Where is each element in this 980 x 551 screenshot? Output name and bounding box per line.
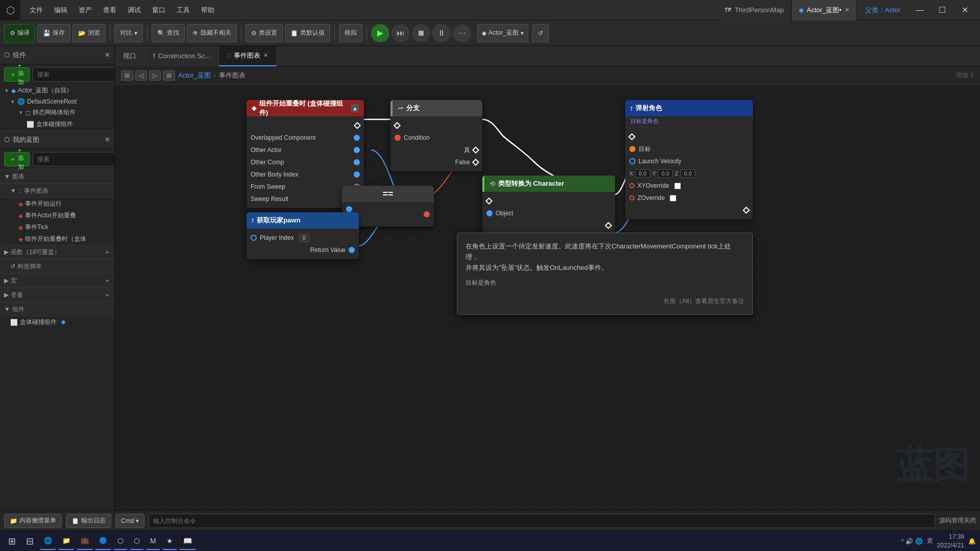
component-box-collision[interactable]: ⬜ 盒体碰撞组件 ✱: [0, 316, 114, 328]
object-pin[interactable]: [486, 210, 493, 216]
add-macro-icon[interactable]: ＋: [104, 277, 110, 285]
taskbar-epic[interactable]: ⬡: [113, 533, 128, 550]
z-override-checkbox[interactable]: [670, 195, 676, 202]
exec-output-pin[interactable]: [354, 122, 361, 129]
cmd-button[interactable]: Cmd ▾: [115, 514, 144, 528]
return-value-pin[interactable]: [349, 247, 355, 253]
menu-view[interactable]: 查看: [98, 4, 121, 17]
velocity-x-input[interactable]: 0.0: [635, 169, 650, 178]
macro-section[interactable]: ▶ 宏 ＋: [0, 273, 114, 288]
taskbar-chrome[interactable]: 🔵: [95, 533, 111, 550]
start-button[interactable]: ⊞: [4, 533, 20, 550]
condition-pin[interactable]: [395, 135, 401, 141]
taskbar-app-book[interactable]: 📖: [179, 533, 196, 550]
components-search[interactable]: [33, 67, 115, 82]
z-override-pin[interactable]: [629, 195, 634, 201]
taskbar-edge[interactable]: 🌐: [40, 533, 56, 550]
menu-window[interactable]: 窗口: [147, 4, 170, 17]
tree-actor-self[interactable]: ▼ ◆ Actor_蓝图（自我）: [0, 85, 114, 96]
ue-logo[interactable]: ⬡: [0, 0, 20, 20]
notification-icon[interactable]: 🔔: [968, 538, 976, 545]
tab-viewport[interactable]: 视口: [115, 46, 145, 66]
variables-section[interactable]: ▶ 变量 ＋: [0, 288, 114, 302]
tree-box-collision[interactable]: ⬜ 盒体碰撞组件: [0, 118, 114, 130]
equal-output-pin[interactable]: [424, 211, 430, 217]
tab-event-graph[interactable]: :: 事件图表 ✕: [219, 46, 277, 66]
node-launch-character[interactable]: f 弹射角色 目标是角色 目标 Launch Velocity: [625, 100, 753, 219]
add-component-button[interactable]: ＋ + 添加: [4, 67, 30, 82]
cast-exec-output-pin[interactable]: [605, 222, 612, 229]
construction-section[interactable]: ↺ 构造脚本: [0, 259, 114, 273]
player-index-pin[interactable]: [251, 235, 257, 241]
maximize-button[interactable]: ☐: [931, 0, 953, 20]
target-pin[interactable]: [629, 146, 635, 152]
play-button[interactable]: ▶: [371, 24, 389, 42]
taskbar-ue[interactable]: ⬡: [130, 533, 144, 550]
refresh-button[interactable]: ↺: [532, 24, 549, 42]
menu-tools[interactable]: 工具: [172, 4, 195, 17]
event-graph-section[interactable]: ▼ :: 事件图表: [0, 184, 114, 198]
stop-button[interactable]: ⏹: [412, 24, 430, 42]
velocity-y-input[interactable]: 0.0: [658, 169, 673, 178]
velocity-pin[interactable]: [629, 158, 635, 164]
menu-help[interactable]: 帮助: [196, 4, 219, 17]
nav-back-arrow-button[interactable]: ◁: [135, 70, 147, 81]
compare-button[interactable]: 对比 ▾: [114, 24, 143, 42]
my-blueprint-search[interactable]: [33, 152, 115, 166]
more-button[interactable]: ⋯: [453, 24, 471, 42]
other-actor-pin[interactable]: [354, 147, 360, 153]
tab-actor-blueprint[interactable]: ◆ Actor_蓝图• ✕: [792, 0, 857, 20]
node-get-player-pawn[interactable]: f 获取玩家pawn Player Index 0 Return Value: [247, 212, 359, 259]
true-pin[interactable]: [472, 146, 479, 154]
components-close-button[interactable]: ✕: [105, 51, 110, 59]
my-bp-close-button[interactable]: ✕: [105, 136, 110, 143]
add-function-icon[interactable]: ＋: [104, 248, 110, 257]
nav-back-button[interactable]: ⊞: [121, 70, 133, 81]
add-variable-icon[interactable]: ＋: [104, 291, 110, 299]
graph-section[interactable]: ▼ 图表: [0, 169, 114, 184]
blueprint-canvas[interactable]: ◈ 组件开始重叠时 (盒体碰撞组件) ▲ Overlapped Componen…: [115, 85, 980, 510]
node-branch[interactable]: ⇀ 分支 Condition 真 Fal: [390, 100, 482, 171]
event-component-overlap[interactable]: ◈ 组件开始重叠时（盒体: [0, 233, 114, 245]
close-button[interactable]: ✕: [953, 0, 976, 20]
tab-construction[interactable]: f Construction Sc...: [145, 46, 219, 66]
equal-input-1-pin[interactable]: [346, 206, 352, 212]
minimize-button[interactable]: —: [909, 0, 931, 20]
task-view-button[interactable]: ⊟: [22, 533, 38, 550]
taskbar-app-m[interactable]: M: [146, 533, 160, 550]
menu-debug[interactable]: 调试: [122, 4, 146, 17]
launch-exec-output-pin[interactable]: [743, 207, 750, 214]
tree-static-mesh[interactable]: ▼ ◻ 静态网格体组件: [0, 107, 114, 118]
cast-exec-input-pin[interactable]: [485, 197, 493, 205]
components-group-section[interactable]: ▼ 组件: [0, 302, 114, 316]
event-tick[interactable]: ◈ 事件Tick: [0, 221, 114, 233]
other-comp-pin[interactable]: [354, 159, 360, 165]
exec-input-pin[interactable]: [394, 122, 401, 129]
hide-unrelated-button[interactable]: 👁 隐藏不相关: [187, 24, 237, 42]
node-overlap-collapse-button[interactable]: ▲: [351, 104, 359, 112]
step-button[interactable]: ⏭: [391, 24, 410, 42]
breadcrumb-blueprint-link[interactable]: Actor_蓝图: [178, 71, 211, 80]
tab-thirdpersonmap[interactable]: 🗺 ThirdPersonMap: [718, 0, 791, 20]
tree-default-scene-root[interactable]: ▼ 🌐 DefaultSceneRoot: [0, 96, 114, 107]
output-log-button[interactable]: 📋 输出日志: [66, 514, 111, 528]
simulate-button[interactable]: 模拟: [339, 24, 362, 42]
save-button[interactable]: 💾 保存: [37, 24, 70, 42]
menu-file[interactable]: 文件: [24, 4, 48, 17]
event-actor-overlap[interactable]: ◈ 事件Actor开始重叠: [0, 210, 114, 221]
class-defaults-button[interactable]: 📋 类默认值: [285, 24, 330, 42]
overlapped-component-pin[interactable]: [354, 135, 360, 141]
compile-button[interactable]: ⚙ 编译: [4, 24, 35, 42]
add-bp-button[interactable]: ＋ + 添加: [4, 152, 30, 166]
browse-button[interactable]: 📂 浏览: [72, 24, 106, 42]
taskbar-app-star[interactable]: ★: [162, 533, 177, 550]
content-browser-button[interactable]: 📁 内容侧滑菜单: [4, 514, 62, 528]
nav-forward-arrow-button[interactable]: ▷: [149, 70, 161, 81]
other-body-index-pin[interactable]: [354, 171, 360, 178]
taskbar-explorer[interactable]: 📁: [58, 533, 75, 550]
functions-section[interactable]: ▶ 函数（18可覆盖） ＋: [0, 245, 114, 259]
pause-button[interactable]: ⏸: [432, 24, 451, 42]
xy-override-checkbox[interactable]: [674, 183, 681, 189]
find-button[interactable]: 🔍 查找: [152, 24, 185, 42]
tab-close-icon[interactable]: ✕: [845, 7, 849, 13]
